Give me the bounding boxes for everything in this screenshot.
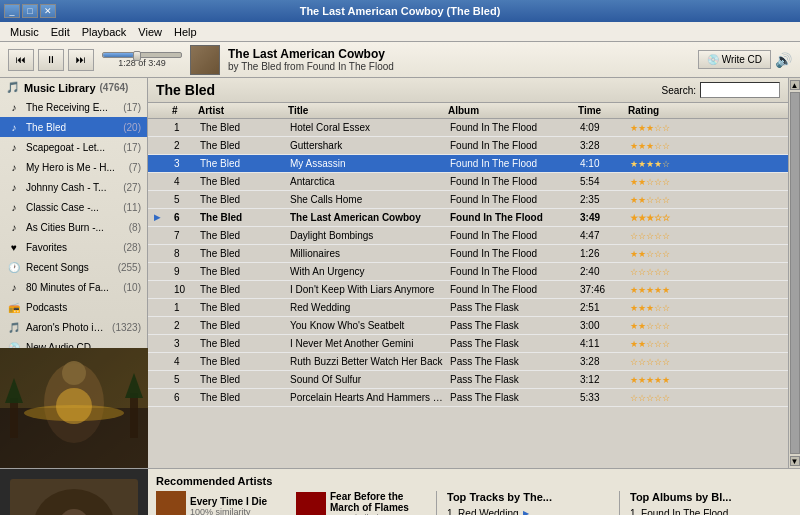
col-num: # — [172, 105, 198, 116]
track-title: My Assassin — [288, 158, 448, 169]
sidebar-icon: 🕐 — [6, 259, 22, 275]
sidebar-item-10[interactable]: 📻 Podcasts — [0, 297, 147, 317]
track-time: 5:33 — [578, 392, 628, 403]
sidebar-icon: 💿 — [6, 339, 22, 348]
sidebar-label: Podcasts — [26, 302, 137, 313]
menu-bar: Music Edit Playback View Help — [0, 22, 800, 42]
track-time: 2:40 — [578, 266, 628, 277]
sidebar-count: (20) — [123, 122, 141, 133]
top-track-play[interactable]: ▶ — [523, 509, 529, 515]
bottom-album-art: The Bled — [0, 469, 148, 515]
svg-rect-8 — [130, 393, 138, 438]
sidebar-item-3[interactable]: ♪ My Hero is Me - H... (7) — [0, 157, 147, 177]
track-row[interactable]: 9 The Bled With An Urgency Found In The … — [148, 263, 788, 281]
sidebar-label: Johnny Cash - T... — [26, 182, 119, 193]
sidebar-item-0[interactable]: ♪ The Receiving E... (17) — [0, 97, 147, 117]
track-title: Porcelain Hearts And Hammers For Te... — [288, 392, 448, 403]
minimize-button[interactable]: _ — [4, 4, 20, 18]
scrollbar[interactable]: ▲ ▼ — [788, 78, 800, 468]
sidebar-item-9[interactable]: ♪ 80 Minutes of Fa... (10) — [0, 277, 147, 297]
sidebar-item-8[interactable]: 🕐 Recent Songs (255) — [0, 257, 147, 277]
sidebar-item-6[interactable]: ♪ As Cities Burn -... (8) — [0, 217, 147, 237]
prev-button[interactable]: ⏮ — [8, 49, 34, 71]
menu-playback[interactable]: Playback — [76, 24, 133, 40]
sidebar-item-7[interactable]: ♥ Favorites (28) — [0, 237, 147, 257]
artist-name2[interactable]: Fear Before the March of Flames — [330, 491, 426, 513]
bottom-section: The Bled Recommended Artists Every Time … — [0, 468, 800, 515]
divider2 — [619, 491, 620, 515]
sidebar-item-2[interactable]: ♪ Scapegoat - Let... (17) — [0, 137, 147, 157]
track-time: 3:49 — [578, 212, 628, 223]
track-row[interactable]: 4 The Bled Antarctica Found In The Flood… — [148, 173, 788, 191]
sidebar-count: (28) — [123, 242, 141, 253]
album-art-small — [190, 45, 220, 75]
artist-name[interactable]: Every Time I Die — [190, 496, 267, 507]
track-title: Sound Of Sulfur — [288, 374, 448, 385]
artist-thumb — [156, 491, 186, 515]
track-row[interactable]: 4 The Bled Ruth Buzzi Better Watch Her B… — [148, 353, 788, 371]
volume-icon[interactable]: 🔊 — [775, 52, 792, 68]
write-cd-button[interactable]: 💿 Write CD — [698, 50, 771, 69]
menu-music[interactable]: Music — [4, 24, 45, 40]
sidebar-item-12[interactable]: 💿 New Audio CD — [0, 337, 147, 348]
track-artist: The Bled — [198, 320, 288, 331]
track-row[interactable]: 6 The Bled Porcelain Hearts And Hammers … — [148, 389, 788, 407]
content-area: The Bled Search: # Artist Title Album Ti… — [148, 78, 788, 468]
next-button[interactable]: ⏭ — [68, 49, 94, 71]
search-input[interactable] — [700, 82, 780, 98]
track-row[interactable]: 3 The Bled My Assassin Found In The Floo… — [148, 155, 788, 173]
track-title: Antarctica — [288, 176, 448, 187]
scroll-thumb[interactable] — [790, 92, 800, 454]
track-artist: The Bled — [198, 230, 288, 241]
top-track-item: 1. Red Wedding ▶ — [447, 507, 609, 515]
sidebar-label: Aaron's Photo iPod — [26, 322, 108, 333]
close-button[interactable]: ✕ — [40, 4, 56, 18]
track-row[interactable]: 1 The Bled Hotel Coral Essex Found In Th… — [148, 119, 788, 137]
track-row[interactable]: 2 The Bled Guttershark Found In The Floo… — [148, 137, 788, 155]
progress-bar[interactable] — [102, 52, 182, 58]
track-row[interactable]: 8 The Bled Millionaires Found In The Flo… — [148, 245, 788, 263]
menu-help[interactable]: Help — [168, 24, 203, 40]
col-album: Album — [448, 105, 578, 116]
playing-album: Found In The Flood — [307, 61, 394, 72]
track-row[interactable]: 5 The Bled Sound Of Sulfur Pass The Flas… — [148, 371, 788, 389]
menu-edit[interactable]: Edit — [45, 24, 76, 40]
sidebar-item-11[interactable]: 🎵 Aaron's Photo iPod (1323) — [0, 317, 147, 337]
track-row[interactable]: 5 The Bled She Calls Home Found In The F… — [148, 191, 788, 209]
track-rating: ★★☆☆☆ — [628, 195, 683, 205]
maximize-button[interactable]: □ — [22, 4, 38, 18]
top-tracks-title: Top Tracks by The... — [447, 491, 609, 503]
artists-col-1: Every Time I Die 100% similarity Norma J… — [156, 491, 286, 515]
track-row[interactable]: ▶ 6 The Bled The Last American Cowboy Fo… — [148, 209, 788, 227]
sidebar-item-4[interactable]: ♪ Johnny Cash - T... (27) — [0, 177, 147, 197]
pause-button[interactable]: ⏸ — [38, 49, 64, 71]
track-album: Found In The Flood — [448, 158, 578, 169]
track-time: 3:12 — [578, 374, 628, 385]
track-row[interactable]: 2 The Bled You Know Who's Seatbelt Pass … — [148, 317, 788, 335]
title-bar: _ □ ✕ The Last American Cowboy (The Bled… — [0, 0, 800, 22]
track-row[interactable]: 10 The Bled I Don't Keep With Liars Anym… — [148, 281, 788, 299]
sidebar-item-5[interactable]: ♪ Classic Case -... (11) — [0, 197, 147, 217]
track-row[interactable]: 1 The Bled Red Wedding Pass The Flask 2:… — [148, 299, 788, 317]
track-num: 5 — [172, 194, 198, 205]
sidebar-label: Classic Case -... — [26, 202, 119, 213]
playing-artist: The Bled — [241, 61, 281, 72]
track-row[interactable]: 3 The Bled I Never Met Another Gemini Pa… — [148, 335, 788, 353]
track-time: 4:09 — [578, 122, 628, 133]
playing-subtitle: by The Bled from Found In The Flood — [228, 61, 394, 72]
svg-rect-7 — [10, 398, 18, 438]
track-artist: The Bled — [198, 122, 288, 133]
play-indicator: ▶ — [152, 213, 172, 222]
track-album: Found In The Flood — [448, 248, 578, 259]
sidebar-count: (10) — [123, 282, 141, 293]
menu-view[interactable]: View — [132, 24, 168, 40]
sidebar-item-1[interactable]: ♪ The Bled (20) — [0, 117, 147, 137]
search-area: Search: — [662, 82, 780, 98]
scroll-up[interactable]: ▲ — [790, 80, 800, 90]
sidebar-icon: ♪ — [6, 279, 22, 295]
track-row[interactable]: 7 The Bled Daylight Bombings Found In Th… — [148, 227, 788, 245]
sidebar-label: As Cities Burn -... — [26, 222, 125, 233]
scroll-down[interactable]: ▼ — [790, 456, 800, 466]
sidebar-count: (1323) — [112, 322, 141, 333]
sidebar-count: (7) — [129, 162, 141, 173]
